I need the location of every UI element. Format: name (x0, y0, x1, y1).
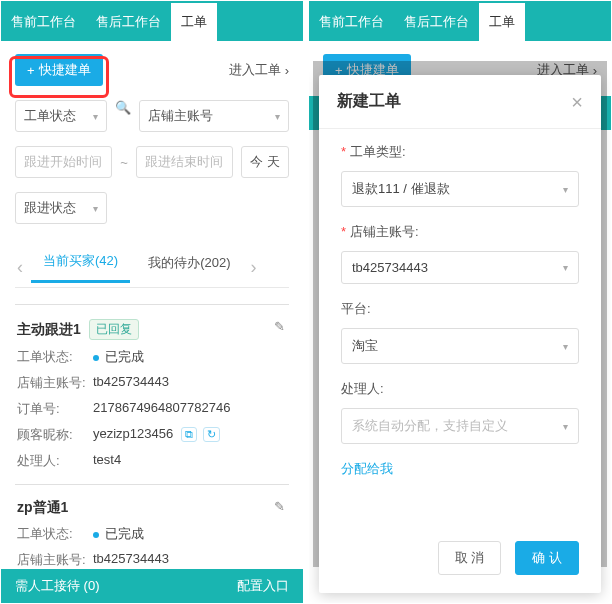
footer-bar: 需人工接待 (0) 配置入口 (1, 569, 303, 603)
chevron-down-icon: ▾ (275, 111, 280, 122)
subtab-current-buyer[interactable]: 当前买家(42) (31, 252, 130, 283)
type-label: *工单类型: (341, 143, 579, 161)
tab-ticket[interactable]: 工单 (171, 3, 217, 41)
chat-icon[interactable]: ↻ (203, 427, 220, 442)
modal-title: 新建工单 (337, 91, 401, 112)
new-ticket-modal: 新建工单 × *工单类型: 退款111 / 催退款▾ *店铺主账号: tb425… (319, 75, 601, 593)
status-badge: 已回复 (89, 319, 139, 340)
start-date-input[interactable]: 跟进开始时间 (15, 146, 112, 178)
card-title: zp普通1 (17, 499, 287, 517)
platform-label: 平台: (341, 300, 579, 318)
tab-presale[interactable]: 售前工作台 (1, 3, 86, 41)
subtab-my-todo[interactable]: 我的待办(202) (136, 254, 242, 282)
subtab-prev-icon[interactable]: ‹ (15, 257, 25, 278)
enter-ticket-label: 进入工单 (229, 61, 281, 79)
quick-create-button[interactable]: + 快捷建单 (15, 54, 103, 86)
account-label: *店铺主账号: (341, 223, 579, 241)
status-dot-icon (93, 532, 99, 538)
row-value: yezizp123456⧉↻ (93, 426, 220, 444)
subtabs: ‹ 当前买家(42) 我的待办(202) › (1, 234, 303, 283)
tab-ticket[interactable]: 工单 (479, 3, 525, 41)
chevron-down-icon: ▾ (563, 184, 568, 195)
row-value: 已完成 (93, 348, 144, 366)
status-dot-icon (93, 355, 99, 361)
modal-body: *工单类型: 退款111 / 催退款▾ *店铺主账号: tb425734443▾… (319, 129, 601, 527)
filter-row-2: 跟进开始时间 ~ 跟进结束时间 今 天 (1, 142, 303, 188)
account-label: 店铺主账号 (148, 107, 213, 125)
row-label: 订单号: (17, 400, 93, 418)
row-label: 店铺主账号: (17, 374, 93, 392)
search-icon[interactable]: 🔍 (115, 100, 131, 132)
account-select[interactable]: 店铺主账号 ▾ (139, 100, 289, 132)
type-select[interactable]: 退款111 / 催退款▾ (341, 171, 579, 207)
ticket-card[interactable]: ✎ zp普通1 工单状态:已完成 店铺主账号:tb425734443 顾客昵称:… (15, 484, 289, 569)
cancel-button[interactable]: 取 消 (438, 541, 502, 575)
divider (15, 287, 289, 288)
follow-status-select[interactable]: 跟进状态 ▾ (15, 192, 107, 224)
follow-status-label: 跟进状态 (24, 199, 76, 217)
today-button[interactable]: 今 天 (241, 146, 289, 178)
row-value: 2178674964807782746 (93, 400, 230, 418)
platform-select[interactable]: 淘宝▾ (341, 328, 579, 364)
tab-aftersale[interactable]: 售后工作台 (86, 3, 171, 41)
card-title: 主动跟进1 已回复 (17, 319, 287, 340)
row-value: tb425734443 (93, 374, 169, 392)
left-panel: 售前工作台 售后工作台 工单 + 快捷建单 进入工单 › 工单状态 ▾ 🔍 店铺… (0, 0, 304, 604)
chevron-down-icon: ▾ (563, 262, 568, 273)
ticket-status-label: 工单状态 (24, 107, 76, 125)
modal-footer: 取 消 确 认 (319, 527, 601, 593)
confirm-button[interactable]: 确 认 (515, 541, 579, 575)
chevron-down-icon: ▾ (93, 203, 98, 214)
quick-create-label: 快捷建单 (39, 61, 91, 79)
range-separator: ~ (120, 155, 128, 170)
plus-icon: + (27, 63, 35, 78)
end-date-input[interactable]: 跟进结束时间 (136, 146, 233, 178)
filter-row-3: 跟进状态 ▾ (1, 188, 303, 234)
row-label: 顾客昵称: (17, 426, 93, 444)
topbar: 售前工作台 售后工作台 工单 (309, 1, 611, 41)
enter-ticket-link[interactable]: 进入工单 › (229, 61, 289, 79)
chevron-right-icon: › (285, 63, 289, 78)
ticket-card[interactable]: ✎ 主动跟进1 已回复 工单状态:已完成 店铺主账号:tb425734443 订… (15, 304, 289, 484)
close-icon[interactable]: × (571, 92, 583, 112)
row-label: 工单状态: (17, 525, 93, 543)
row-label: 工单状态: (17, 348, 93, 366)
row-value: tb425734443 (93, 551, 169, 569)
topbar: 售前工作台 售后工作台 工单 (1, 1, 303, 41)
footer-right[interactable]: 配置入口 (237, 577, 289, 595)
right-panel: 售前工作台 售后工作台 工单 + 快捷建单 进入工单 › 新建工单 × *工单类… (308, 0, 612, 604)
tab-aftersale[interactable]: 售后工作台 (394, 3, 479, 41)
copy-icon[interactable]: ⧉ (181, 427, 197, 442)
assign-me-link[interactable]: 分配给我 (341, 461, 393, 476)
subtab-next-icon[interactable]: › (248, 257, 258, 278)
tab-presale[interactable]: 售前工作台 (309, 3, 394, 41)
handler-select[interactable]: 系统自动分配，支持自定义▾ (341, 408, 579, 444)
footer-left[interactable]: 需人工接待 (0) (15, 577, 100, 595)
filter-row-1: 工单状态 ▾ 🔍 店铺主账号 ▾ (1, 96, 303, 142)
account-select[interactable]: tb425734443▾ (341, 251, 579, 284)
handler-label: 处理人: (341, 380, 579, 398)
chevron-down-icon: ▾ (93, 111, 98, 122)
row-value: test4 (93, 452, 121, 470)
ticket-status-select[interactable]: 工单状态 ▾ (15, 100, 107, 132)
edit-icon[interactable]: ✎ (274, 319, 285, 334)
edit-icon[interactable]: ✎ (274, 499, 285, 514)
card-title-text: zp普通1 (17, 499, 68, 517)
toolbar: + 快捷建单 进入工单 › (1, 41, 303, 96)
row-label: 处理人: (17, 452, 93, 470)
modal-header: 新建工单 × (319, 75, 601, 129)
card-title-text: 主动跟进1 (17, 321, 81, 339)
chevron-down-icon: ▾ (563, 421, 568, 432)
row-value: 已完成 (93, 525, 144, 543)
row-label: 店铺主账号: (17, 551, 93, 569)
card-list[interactable]: ✎ 主动跟进1 已回复 工单状态:已完成 店铺主账号:tb425734443 订… (1, 292, 303, 569)
chevron-down-icon: ▾ (563, 341, 568, 352)
